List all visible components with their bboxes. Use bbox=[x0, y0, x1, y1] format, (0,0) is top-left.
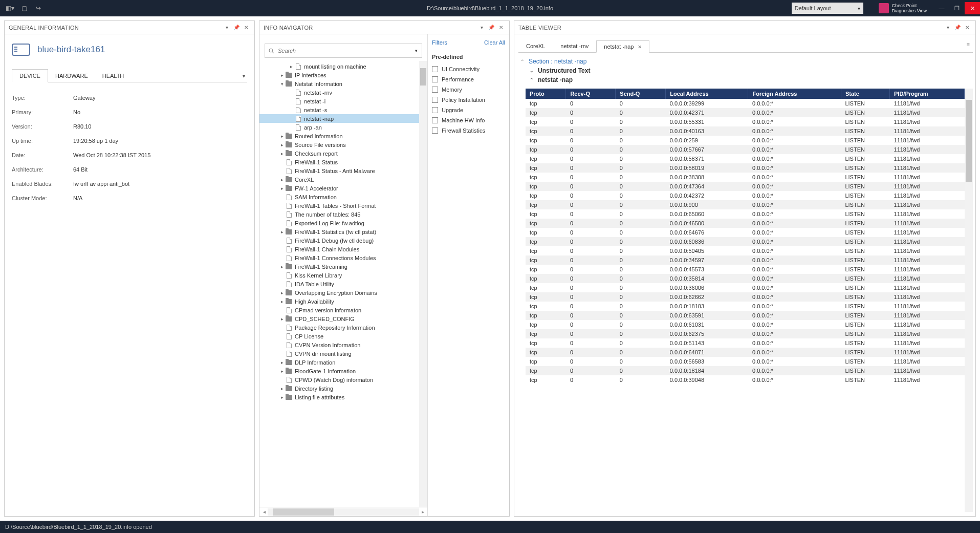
tree-item[interactable]: ▸mount listing on machine bbox=[259, 62, 427, 71]
tree-item[interactable]: ▸DLP Information bbox=[259, 358, 427, 367]
table-row[interactable]: tcp000.0.0.0:580190.0.0.0:*LISTEN11181/f… bbox=[526, 163, 965, 173]
table-row[interactable]: tcp000.0.0.0:648710.0.0.0:*LISTEN11181/f… bbox=[526, 348, 965, 357]
tree-item[interactable]: netstat -rnv bbox=[259, 88, 427, 97]
panel-pin-icon[interactable]: 📌 bbox=[232, 24, 241, 32]
table-row[interactable]: tcp000.0.0.0:635910.0.0.0:*LISTEN11181/f… bbox=[526, 311, 965, 320]
nav-tree[interactable]: ▸mount listing on machine▸IP Interfaces▾… bbox=[259, 61, 427, 507]
table-row[interactable]: tcp000.0.0.0:576670.0.0.0:*LISTEN11181/f… bbox=[526, 145, 965, 154]
tree-twisty-icon[interactable]: ▸ bbox=[279, 395, 285, 400]
tree-item[interactable]: ▸Source File versions bbox=[259, 140, 427, 149]
tree-item[interactable]: FireWall-1 Tables - Short Format bbox=[259, 201, 427, 210]
table-row[interactable]: tcp000.0.0.0:358140.0.0.0:*LISTEN11181/f… bbox=[526, 274, 965, 283]
tv-tab[interactable]: netstat -nap✕ bbox=[596, 40, 649, 53]
tree-item[interactable]: FireWall-1 Connections Modules bbox=[259, 253, 427, 262]
panel-pin-icon[interactable]: 📌 bbox=[953, 24, 962, 32]
table-header[interactable]: PID/Program bbox=[890, 89, 965, 99]
tree-twisty-icon[interactable]: ▸ bbox=[279, 290, 285, 295]
tree-item[interactable]: IDA Table Utility bbox=[259, 280, 427, 288]
table-row[interactable]: tcp000.0.0.0:565830.0.0.0:*LISTEN11181/f… bbox=[526, 357, 965, 366]
window-maximize[interactable]: ❐ bbox=[949, 2, 965, 14]
tree-item[interactable]: arp -an bbox=[259, 123, 427, 132]
tree-item[interactable]: ▸Overlapping Encryption Domains bbox=[259, 288, 427, 297]
tv-tab[interactable]: CoreXL bbox=[518, 40, 553, 52]
panel-dropdown-icon[interactable]: ▾ bbox=[944, 24, 952, 32]
table-row[interactable]: tcp000.0.0.0:608360.0.0.0:*LISTEN11181/f… bbox=[526, 237, 965, 246]
tree-scrollbar-vertical[interactable] bbox=[419, 61, 427, 507]
tab-device[interactable]: DEVICE bbox=[12, 69, 48, 82]
app-menu-icon[interactable]: ◧▾ bbox=[6, 5, 13, 12]
table-row[interactable]: tcp000.0.0.0:650600.0.0.0:*LISTEN11181/f… bbox=[526, 209, 965, 219]
table-row[interactable]: tcp000.0.0.0:423720.0.0.0:*LISTEN11181/f… bbox=[526, 191, 965, 200]
tree-twisty-icon[interactable]: ▸ bbox=[279, 360, 285, 365]
tab-hardware[interactable]: HARDWARE bbox=[48, 70, 95, 82]
tree-twisty-icon[interactable]: ▸ bbox=[279, 299, 285, 304]
panel-close-icon[interactable]: ✕ bbox=[963, 24, 971, 32]
tree-item[interactable]: FireWall-1 Status - Anti Malware bbox=[259, 166, 427, 175]
tv-tab[interactable]: netstat -rnv bbox=[553, 40, 596, 52]
table-row[interactable]: tcp000.0.0.0:345970.0.0.0:*LISTEN11181/f… bbox=[526, 255, 965, 265]
tree-item[interactable]: ▸Directory listing bbox=[259, 384, 427, 393]
tree-twisty-icon[interactable]: ▸ bbox=[279, 142, 285, 147]
panel-close-icon[interactable]: ✕ bbox=[242, 24, 250, 32]
tree-item[interactable]: CP License bbox=[259, 332, 427, 340]
tree-item[interactable]: CPmad version informaton bbox=[259, 306, 427, 314]
table-header[interactable]: Proto bbox=[526, 89, 566, 99]
tree-twisty-icon[interactable]: ▸ bbox=[279, 151, 285, 156]
table-row[interactable]: tcp000.0.0.0:646760.0.0.0:*LISTEN11181/f… bbox=[526, 228, 965, 237]
table-header[interactable]: Foreign Address bbox=[748, 89, 841, 99]
tree-item[interactable]: FireWall-1 Debug (fw ctl debug) bbox=[259, 236, 427, 245]
tree-twisty-icon[interactable]: ▸ bbox=[279, 229, 285, 234]
table-row[interactable]: tcp000.0.0.0:455730.0.0.0:*LISTEN11181/f… bbox=[526, 265, 965, 274]
table-row[interactable]: tcp000.0.0.0:626620.0.0.0:*LISTEN11181/f… bbox=[526, 292, 965, 302]
tree-item[interactable]: SAM Information bbox=[259, 193, 427, 201]
table-header[interactable]: Send-Q bbox=[616, 89, 666, 99]
table-row[interactable]: tcp000.0.0.0:553310.0.0.0:*LISTEN11181/f… bbox=[526, 117, 965, 126]
table-row[interactable]: tcp000.0.0.0:392990.0.0.0:*LISTEN11181/f… bbox=[526, 99, 965, 108]
table-row[interactable]: tcp000.0.0.0:2590.0.0.0:*LISTEN11181/fwd bbox=[526, 136, 965, 145]
section-toggle-icon[interactable]: ⌃ bbox=[529, 77, 535, 82]
tree-item[interactable]: ▸Checksum report bbox=[259, 149, 427, 158]
window-list-icon[interactable]: ▢ bbox=[20, 5, 28, 12]
tab-close-icon[interactable]: ✕ bbox=[638, 44, 642, 50]
table-row[interactable]: tcp000.0.0.0:511430.0.0.0:*LISTEN11181/f… bbox=[526, 338, 965, 348]
tree-item[interactable]: ▾Netstat Information bbox=[259, 79, 427, 88]
tree-twisty-icon[interactable]: ▸ bbox=[279, 316, 285, 322]
tv-tabs-overflow-icon[interactable]: ≡ bbox=[967, 41, 970, 48]
tree-twisty-icon[interactable]: ▸ bbox=[288, 64, 294, 69]
redo-icon[interactable]: ↪ bbox=[35, 5, 42, 12]
table-row[interactable]: tcp000.0.0.0:390480.0.0.0:*LISTEN11181/f… bbox=[526, 375, 965, 385]
tree-item[interactable]: ▸FireWall-1 Streaming bbox=[259, 262, 427, 271]
tree-twisty-icon[interactable]: ▸ bbox=[279, 186, 285, 191]
tree-item[interactable]: FireWall-1 Chain Modules bbox=[259, 245, 427, 253]
tree-twisty-icon[interactable]: ▸ bbox=[279, 369, 285, 374]
panel-dropdown-icon[interactable]: ▾ bbox=[477, 24, 486, 32]
tree-item[interactable]: ▸High Availability bbox=[259, 297, 427, 306]
panel-close-icon[interactable]: ✕ bbox=[497, 24, 505, 32]
table-row[interactable]: tcp000.0.0.0:610310.0.0.0:*LISTEN11181/f… bbox=[526, 320, 965, 329]
tree-item[interactable]: netstat -nap bbox=[259, 114, 427, 123]
gi-tabs-overflow-icon[interactable]: ▾ bbox=[243, 73, 245, 79]
table-scrollbar-vertical[interactable] bbox=[965, 89, 973, 512]
tree-item[interactable]: ▸FW-1 Accelerator bbox=[259, 184, 427, 193]
filter-checkbox[interactable]: Performance bbox=[432, 74, 505, 84]
section-title[interactable]: Section : netstat -nap bbox=[529, 58, 586, 65]
table-row[interactable]: tcp000.0.0.0:360060.0.0.0:*LISTEN11181/f… bbox=[526, 283, 965, 292]
table-header[interactable]: Local Address bbox=[666, 89, 748, 99]
tree-item[interactable]: CVPN Version Information bbox=[259, 340, 427, 349]
filters-link[interactable]: Filters bbox=[432, 39, 447, 46]
tree-twisty-icon[interactable]: ▸ bbox=[279, 386, 285, 391]
table-row[interactable]: tcp000.0.0.0:181830.0.0.0:*LISTEN11181/f… bbox=[526, 302, 965, 311]
table-row[interactable]: tcp000.0.0.0:181840.0.0.0:*LISTEN11181/f… bbox=[526, 366, 965, 375]
filter-checkbox[interactable]: Policy Installation bbox=[432, 95, 505, 105]
tree-item[interactable]: ▸IP Interfaces bbox=[259, 71, 427, 79]
clear-all-link[interactable]: Clear All bbox=[484, 39, 505, 46]
table-row[interactable]: tcp000.0.0.0:465000.0.0.0:*LISTEN11181/f… bbox=[526, 219, 965, 228]
table-row[interactable]: tcp000.0.0.0:583710.0.0.0:*LISTEN11181/f… bbox=[526, 154, 965, 163]
panel-dropdown-icon[interactable]: ▾ bbox=[223, 24, 231, 32]
table-header[interactable]: Recv-Q bbox=[566, 89, 616, 99]
tree-item[interactable]: Kiss Kernel Library bbox=[259, 271, 427, 280]
table-row[interactable]: tcp000.0.0.0:473640.0.0.0:*LISTEN11181/f… bbox=[526, 182, 965, 191]
tree-twisty-icon[interactable]: ▸ bbox=[279, 73, 285, 78]
window-minimize[interactable]: — bbox=[934, 2, 949, 14]
filter-checkbox[interactable]: Machine HW Info bbox=[432, 115, 505, 125]
